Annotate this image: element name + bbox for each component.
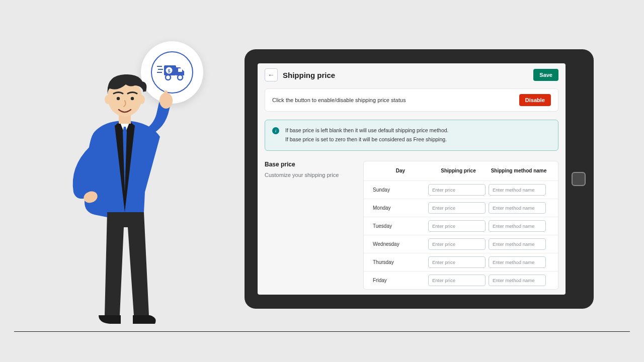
tablet-frame: ← Shipping price Save Click the button t… xyxy=(245,49,594,309)
day-cell: Tuesday xyxy=(373,223,428,229)
price-input[interactable] xyxy=(428,275,486,286)
price-input[interactable] xyxy=(428,220,486,232)
price-input[interactable] xyxy=(428,202,486,214)
page-title: Shipping price xyxy=(283,71,335,79)
table-row: Tuesday xyxy=(364,217,558,235)
day-cell: Thursday xyxy=(373,259,428,265)
table-row: Thursday xyxy=(364,253,558,271)
arrow-left-icon: ← xyxy=(268,71,275,79)
disable-button[interactable]: Disable xyxy=(519,94,551,106)
svg-point-14 xyxy=(105,95,111,104)
info-text: If base price is left blank then it will… xyxy=(285,126,449,144)
method-input[interactable] xyxy=(489,202,546,214)
col-price: Shipping price xyxy=(428,168,489,173)
status-card: Click the button to enable/disable shipp… xyxy=(265,88,558,112)
svg-point-17 xyxy=(131,97,134,100)
info-banner: i If base price is left blank then it wi… xyxy=(265,120,558,151)
svg-rect-11 xyxy=(164,90,168,99)
businessman-illustration xyxy=(59,61,190,333)
day-cell: Sunday xyxy=(373,187,428,193)
col-method: Shipping method name xyxy=(489,168,549,173)
day-cell: Friday xyxy=(373,278,428,283)
header-bar: ← Shipping price Save xyxy=(265,68,558,81)
table-row: Sunday xyxy=(364,180,558,199)
price-input[interactable] xyxy=(428,256,486,268)
table-header: Day Shipping price Shipping method name xyxy=(364,161,558,180)
day-cell: Wednesday xyxy=(373,241,428,247)
method-input[interactable] xyxy=(489,256,546,268)
col-day: Day xyxy=(373,168,428,173)
svg-point-15 xyxy=(139,95,145,104)
svg-point-16 xyxy=(117,97,120,100)
tablet-home-button xyxy=(572,172,586,186)
section-description: Base price Customize your shipping price xyxy=(265,161,353,290)
section-title: Base price xyxy=(265,161,353,168)
price-input[interactable] xyxy=(428,238,486,250)
table-row: Friday xyxy=(364,271,558,289)
day-cell: Monday xyxy=(373,205,428,211)
price-input[interactable] xyxy=(428,184,486,196)
save-button[interactable]: Save xyxy=(533,69,558,81)
section-subtitle: Customize your shipping price xyxy=(265,172,353,178)
table-row: Monday xyxy=(364,199,558,217)
table-row: Wednesday xyxy=(364,235,558,253)
back-button[interactable]: ← xyxy=(265,68,278,81)
info-icon: i xyxy=(272,127,279,134)
method-input[interactable] xyxy=(489,238,546,250)
method-input[interactable] xyxy=(489,275,546,286)
info-line-1: If base price is left blank then it will… xyxy=(285,126,449,135)
base-price-table: Day Shipping price Shipping method name … xyxy=(363,161,558,290)
info-line-2: If base price is set to zero then it wil… xyxy=(285,135,449,144)
method-input[interactable] xyxy=(489,184,546,196)
app-screen: ← Shipping price Save Click the button t… xyxy=(258,63,566,295)
method-input[interactable] xyxy=(489,220,546,232)
status-text: Click the button to enable/disable shipp… xyxy=(272,97,406,103)
